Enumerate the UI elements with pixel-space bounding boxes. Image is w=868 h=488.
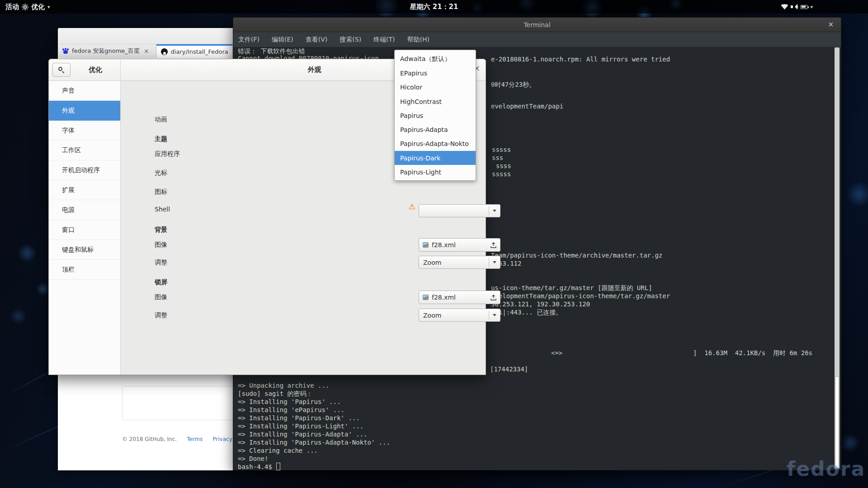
sidebar-item-label: 电源 xyxy=(62,206,75,214)
sidebar-item-label: 键盘和鼠标 xyxy=(62,246,94,254)
terminal-line: [17442334] xyxy=(490,366,528,373)
tweaks-headerbar-sidebar-section: 优化 xyxy=(49,59,121,80)
theme-option-papirus-adapta[interactable]: Papirus-Adapta xyxy=(395,122,476,136)
menu-edit[interactable]: 编辑(E) xyxy=(272,36,293,44)
menu-view[interactable]: 查看(V) xyxy=(306,36,328,44)
sidebar-item-label: 字体 xyxy=(62,127,75,135)
lockscreen-image-filename: f28.xml xyxy=(432,294,487,301)
terminal-scrollbar[interactable] xyxy=(835,47,840,469)
terminal-line: => Unpacking archive ... xyxy=(238,382,329,389)
menu-search[interactable]: 搜索(S) xyxy=(340,36,361,44)
lockscreen-section-header: 锁屏 xyxy=(155,278,167,286)
search-icon xyxy=(58,67,65,73)
terminal-line: evelopmentTeam/papi xyxy=(491,103,563,110)
background-section-header: 背景 xyxy=(155,226,167,234)
terminal-line: => Installing 'Papirus-Adapta-Nokto' ... xyxy=(238,439,390,446)
sidebar-item-topbar[interactable]: 顶栏 xyxy=(49,260,120,280)
icon-theme-popup: Adwaita（默认） EPapirus Hicolor HighContras… xyxy=(394,50,476,181)
menu-terminal[interactable]: 终端(T) xyxy=(373,36,395,44)
sidebar-item-sound[interactable]: 声音 xyxy=(49,81,120,101)
background-adjustment-dropdown[interactable]: Zoom xyxy=(419,256,500,269)
sidebar-item-appearance[interactable]: 外观 xyxy=(49,101,120,121)
clock[interactable]: 星期六 21：21 xyxy=(0,0,868,14)
lockscreen-adjustment-label: 调整 xyxy=(155,311,167,319)
scrollbar-thumb[interactable] xyxy=(835,376,839,468)
applications-label: 应用程序 xyxy=(155,150,180,158)
theme-option-adwaita[interactable]: Adwaita（默认） xyxy=(395,52,476,66)
menu-help[interactable]: 帮助(H) xyxy=(407,36,429,44)
lockscreen-adjustment-dropdown[interactable]: Zoom xyxy=(419,309,500,322)
sidebar-item-fonts[interactable]: 字体 xyxy=(49,121,120,141)
terminal-line: => Installing 'Papirus-Light' ... xyxy=(238,422,363,430)
terminal-prompt[interactable]: bash-4.4$ xyxy=(238,463,272,471)
terminal-line: => Installing 'Papirus' ... xyxy=(238,398,341,406)
terminal-line: => Installing 'Papirus-Dark' ... xyxy=(238,414,360,422)
shell-label: Shell xyxy=(155,206,170,213)
terminal-line: 0时47分23秒。 xyxy=(491,81,535,89)
app-menu-button[interactable]: 优化 ▾ xyxy=(22,0,50,14)
chevron-down-icon xyxy=(489,208,500,214)
chevron-down-icon xyxy=(489,259,500,265)
lockscreen-image-file-button[interactable]: f28.xml xyxy=(419,291,500,304)
warning-icon: ⚠ xyxy=(409,202,415,211)
image-file-icon xyxy=(423,242,429,248)
app-menu-label: 优化 xyxy=(31,3,45,11)
terminal-close-button[interactable]: × xyxy=(828,20,834,28)
sidebar-item-label: 扩展 xyxy=(62,186,75,194)
sidebar-item-windows[interactable]: 窗口 xyxy=(49,220,120,240)
sidebar-item-extensions[interactable]: 扩展 xyxy=(49,180,120,200)
chevron-down-icon: ▾ xyxy=(810,4,813,10)
image-file-icon xyxy=(423,295,429,300)
tab-title: fedora 安装gnome_百度搜 xyxy=(72,47,140,55)
terminal-line: evelopmentTeam/papirus-icon-theme/tar.gz… xyxy=(491,292,670,300)
sidebar-item-startup[interactable]: 开机启动程序 xyxy=(49,160,120,180)
theme-option-highcontrast[interactable]: HighContrast xyxy=(395,94,476,108)
system-status-area[interactable]: ▾ xyxy=(781,0,813,14)
cursor-label: 光标 xyxy=(155,169,167,177)
shell-theme-dropdown[interactable] xyxy=(419,204,500,217)
theme-option-papirus-light[interactable]: Papirus-Light xyxy=(395,165,476,179)
terminal-line: [sudo] sagit 的密码： xyxy=(238,390,313,398)
terminal-line: => Installing 'Papirus-Adapta' ... xyxy=(238,431,368,438)
footer-link-privacy[interactable]: Privacy xyxy=(212,436,232,442)
sidebar-item-label: 声音 xyxy=(62,87,75,95)
theme-option-hicolor[interactable]: Hicolor xyxy=(395,80,476,94)
terminal-line: => Done! xyxy=(238,455,268,463)
github-favicon xyxy=(161,48,168,55)
activities-label: 活动 xyxy=(5,3,19,11)
theme-option-papirus[interactable]: Papirus xyxy=(395,108,476,122)
chevron-down-icon: ▾ xyxy=(47,4,50,10)
terminal-line: e-20180816-1.noarch.rpm: All mirrors wer… xyxy=(491,56,670,63)
footer-link-terms[interactable]: Terms xyxy=(187,436,203,442)
sidebar-item-label: 工作区 xyxy=(62,146,81,155)
activities-button[interactable]: 活动 xyxy=(5,0,19,14)
terminal-line: Team/papirus-icon-theme/archive/master.t… xyxy=(491,252,662,259)
terminal-titlebar[interactable]: Terminal × xyxy=(233,18,841,32)
theme-option-epapirus[interactable]: EPapirus xyxy=(395,66,476,80)
terminal-line: us-icon-theme/tar.gz/master [跟随至新的 URL] xyxy=(491,284,652,292)
sidebar-item-power[interactable]: 电源 xyxy=(49,200,120,220)
terminal-line: <=> xyxy=(551,349,562,357)
theme-option-papirus-adapta-nokto[interactable]: Papirus-Adapta-Nokto xyxy=(395,137,476,151)
browser-tab-baidu[interactable]: fedora 安装gnome_百度搜 × xyxy=(58,44,156,58)
tweaks-app-icon xyxy=(22,4,28,10)
terminal-line: 错误： 下载软件包出错 xyxy=(238,47,305,55)
tab-close-icon[interactable]: × xyxy=(144,47,149,55)
terminal-cursor xyxy=(276,463,280,470)
clock-label: 星期六 21：21 xyxy=(410,3,458,11)
sidebar-item-label: 开机启动程序 xyxy=(62,166,100,174)
browser-tab-github[interactable]: diary/Install_Fedora. xyxy=(156,44,232,58)
search-button[interactable] xyxy=(52,63,71,77)
menu-file[interactable]: 文件(F) xyxy=(238,36,259,44)
sidebar-item-label: 顶栏 xyxy=(62,266,75,274)
wifi-icon xyxy=(781,4,788,9)
theme-option-papirus-dark[interactable]: Papirus-Dark xyxy=(395,151,476,165)
background-image-file-button[interactable]: f28.xml xyxy=(419,238,500,252)
file-open-icon xyxy=(491,295,496,300)
sidebar-item-keyboard-mouse[interactable]: 键盘和鼠标 xyxy=(49,240,120,260)
volume-icon xyxy=(791,4,798,9)
terminal-line: sss xyxy=(492,154,503,162)
sidebar-item-workspaces[interactable]: 工作区 xyxy=(49,141,120,160)
terminal-title: Terminal xyxy=(524,21,550,28)
baidu-favicon xyxy=(62,48,69,54)
